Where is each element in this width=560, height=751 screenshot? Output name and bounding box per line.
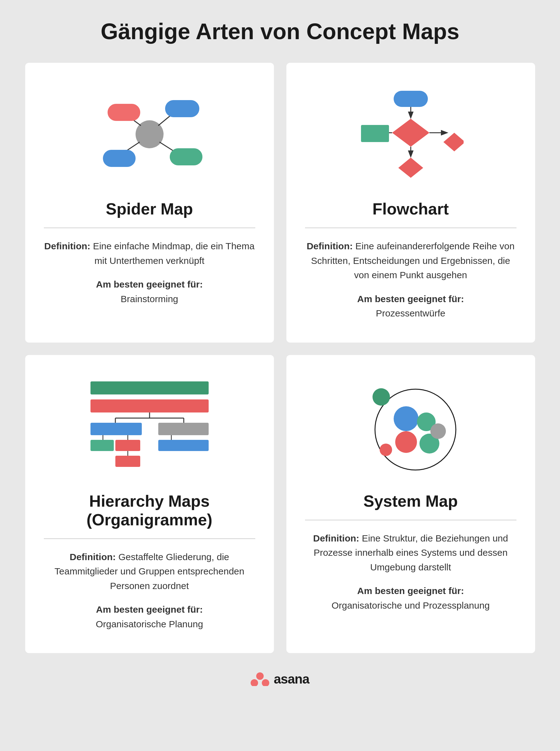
svg-rect-29 [91,440,114,451]
svg-marker-17 [398,158,423,178]
system-map-definition: Definition: Eine Struktur, die Beziehung… [305,531,517,575]
spider-map-divider [44,227,255,228]
flowchart-card: Flowchart Definition: Eine aufeinander­e… [286,63,535,343]
svg-rect-25 [158,423,208,435]
svg-point-42 [256,672,264,680]
spider-map-best: Am besten geeignet für: Brainstorming [96,277,203,306]
spider-map-definition-text: Eine einfache Mindmap, die ein Thema mit… [93,241,255,266]
system-map-best: Am besten geeignet für: Organisatorische… [332,584,490,613]
system-map-illustration [305,373,517,479]
spider-map-title: Spider Map [106,200,193,218]
system-map-svg [358,378,464,475]
svg-rect-8 [170,148,202,165]
page-title: Gängige Arten von Concept Maps [101,19,459,44]
cards-grid: Spider Map Definition: Eine einfache Min… [25,63,535,653]
spider-map-best-text: Brainstorming [121,294,178,304]
flowchart-best: Am besten geeignet für: Prozessentwürfe [357,292,464,321]
svg-point-44 [262,679,269,686]
svg-rect-5 [107,104,140,121]
flowchart-definition: Definition: Eine aufeinander­erfolgende … [305,239,517,283]
svg-rect-30 [115,440,140,451]
svg-rect-18 [91,381,208,394]
asana-logo-text: asana [274,672,309,687]
spider-map-card: Spider Map Definition: Eine einfache Min… [25,63,274,343]
svg-marker-16 [443,133,464,151]
flowchart-svg [358,88,464,181]
hierarchy-maps-card: Hierarchy Maps(Organigramme) Definition:… [25,355,274,653]
system-map-divider [305,520,517,520]
svg-rect-24 [91,423,142,435]
svg-rect-31 [158,440,208,451]
svg-point-37 [395,431,417,453]
svg-rect-19 [91,400,208,412]
svg-rect-9 [394,91,428,107]
svg-rect-33 [115,456,140,467]
svg-rect-15 [361,125,389,142]
hierarchy-maps-definition: Definition: Gestaffelte Gliederung, die … [44,550,255,593]
hierarchy-maps-best: Am besten geeignet für: Organisatorische… [96,603,203,631]
svg-point-35 [373,388,390,406]
svg-rect-7 [103,150,136,167]
spider-map-svg [91,88,208,181]
flowchart-title: Flowchart [373,200,449,218]
hierarchy-maps-illustration [44,373,255,479]
flowchart-best-text: Prozessentwürfe [376,308,445,318]
hierarchy-maps-best-text: Organisatorische Planung [96,619,203,629]
system-map-card: System Map Definition: Eine Struktur, di… [286,355,535,653]
svg-rect-6 [165,100,199,117]
svg-point-40 [430,423,446,439]
hierarchy-svg [84,378,215,475]
hierarchy-maps-title: Hierarchy Maps(Organigramme) [86,492,212,529]
spider-map-illustration [44,81,255,187]
hierarchy-maps-divider [44,539,255,539]
system-map-best-text: Organisatorische und Prozessplanung [332,600,490,610]
asana-icon [251,672,269,686]
svg-point-36 [394,406,419,431]
asana-logo: asana [251,672,309,687]
spider-map-definition: Definition: Eine einfache Mindmap, die e… [44,239,255,268]
svg-marker-11 [392,119,429,147]
system-map-title: System Map [363,492,458,510]
flowchart-illustration [305,81,517,187]
svg-point-41 [380,444,392,456]
svg-point-43 [251,679,258,686]
flowchart-divider [305,227,517,228]
footer: asana [251,672,309,687]
